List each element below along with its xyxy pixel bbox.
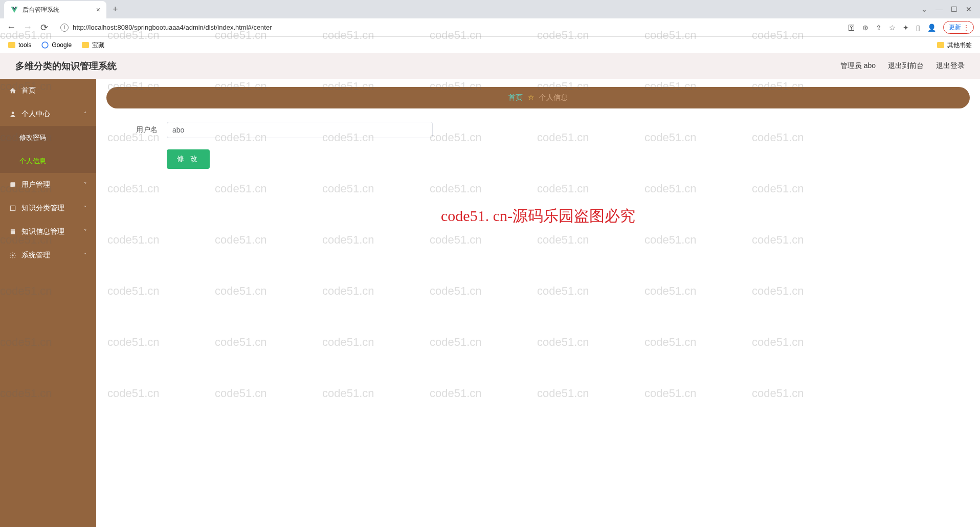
header-right: 管理员 abo 退出到前台 退出登录 bbox=[840, 61, 965, 71]
modify-button[interactable]: 修 改 bbox=[167, 149, 210, 169]
admin-label[interactable]: 管理员 abo bbox=[840, 61, 876, 71]
chevron-down-icon: ˅ bbox=[84, 205, 87, 212]
profile-icon[interactable]: 👤 bbox=[927, 24, 936, 32]
sidebar-item-personal-center[interactable]: 个人中心 ˄ bbox=[0, 102, 96, 126]
forward-button: → bbox=[23, 22, 33, 33]
maximize-icon[interactable]: ☐ bbox=[951, 5, 957, 13]
svg-point-0 bbox=[42, 42, 49, 48]
bookmark-bar: tools Google 宝藏 其他书签 bbox=[0, 37, 980, 53]
close-window-icon[interactable]: ✕ bbox=[966, 5, 972, 13]
svg-rect-2 bbox=[10, 182, 15, 187]
extensions-icon[interactable]: ✦ bbox=[903, 24, 909, 32]
form-area: 用户名 修 改 bbox=[106, 122, 970, 169]
sidebar-item-personal-info[interactable]: 个人信息 bbox=[0, 149, 96, 173]
bookmark-treasure[interactable]: 宝藏 bbox=[82, 41, 104, 50]
sidebar-item-modify-password[interactable]: 修改密码 bbox=[0, 126, 96, 149]
bookmark-tools[interactable]: tools bbox=[8, 41, 31, 50]
chevron-down-icon: ˅ bbox=[84, 182, 87, 188]
browser-chrome: 后台管理系统 × + ⌄ — ☐ ✕ ← → ⟳ i http://localh… bbox=[0, 0, 980, 53]
tab-title: 后台管理系统 bbox=[23, 6, 92, 14]
main-layout: 首页 个人中心 ˄ 修改密码 个人信息 用户管理 ˅ 知识分类管理 ˅ 知识信息… bbox=[0, 79, 980, 527]
bookmark-left: tools Google 宝藏 bbox=[8, 41, 104, 50]
tab-close-icon[interactable]: × bbox=[96, 6, 100, 14]
update-button[interactable]: 更新⋮ bbox=[943, 21, 974, 34]
reader-icon[interactable]: ▯ bbox=[916, 24, 920, 32]
bookmark-google[interactable]: Google bbox=[41, 41, 72, 50]
watermark-main-text: code51. cn-源码乐园盗图必究 bbox=[96, 206, 980, 227]
nav-right-icons: ⚿ ⊕ ⇪ ☆ ✦ ▯ 👤 更新⋮ bbox=[848, 21, 974, 34]
back-button[interactable]: ← bbox=[6, 22, 16, 33]
sidebar-item-user-mgmt[interactable]: 用户管理 ˅ bbox=[0, 173, 96, 196]
folder-icon bbox=[937, 42, 944, 48]
app-title: 多维分类的知识管理系统 bbox=[15, 60, 117, 72]
sidebar: 首页 个人中心 ˄ 修改密码 个人信息 用户管理 ˅ 知识分类管理 ˅ 知识信息… bbox=[0, 79, 96, 527]
url-text: http://localhost:8080/springbootuaaa4/ad… bbox=[73, 24, 272, 31]
vue-favicon-icon bbox=[10, 6, 18, 14]
minimize-icon[interactable]: — bbox=[936, 5, 943, 13]
user-icon bbox=[9, 111, 16, 118]
sidebar-item-knowledge-category[interactable]: 知识分类管理 ˅ bbox=[0, 196, 96, 220]
breadcrumb-home[interactable]: 首页 bbox=[508, 93, 523, 101]
folder-icon bbox=[82, 42, 89, 48]
exit-front-link[interactable]: 退出到前台 bbox=[888, 61, 924, 71]
users-icon bbox=[9, 181, 16, 188]
zoom-icon[interactable]: ⊕ bbox=[862, 24, 868, 32]
chevron-down-icon: ˅ bbox=[84, 252, 87, 259]
folder-icon bbox=[8, 42, 15, 48]
star-icon: ☆ bbox=[528, 93, 534, 101]
form-row-username: 用户名 bbox=[127, 122, 970, 138]
category-icon bbox=[9, 205, 16, 212]
window-controls: ⌄ — ☐ ✕ bbox=[921, 5, 980, 13]
expand-icon[interactable]: ⌄ bbox=[921, 5, 927, 13]
tab-bar: 后台管理系统 × + ⌄ — ☐ ✕ bbox=[0, 0, 980, 18]
username-input[interactable] bbox=[167, 122, 433, 138]
sidebar-item-home[interactable]: 首页 bbox=[0, 79, 96, 102]
reload-button[interactable]: ⟳ bbox=[39, 22, 49, 33]
google-icon bbox=[41, 41, 49, 49]
bookmark-other[interactable]: 其他书签 bbox=[937, 41, 972, 50]
chevron-down-icon: ˅ bbox=[84, 229, 87, 235]
sidebar-item-system-mgmt[interactable]: 系统管理 ˅ bbox=[0, 244, 96, 267]
key-icon[interactable]: ⚿ bbox=[848, 24, 855, 32]
url-bar[interactable]: i http://localhost:8080/springbootuaaa4/… bbox=[55, 21, 842, 34]
nav-bar: ← → ⟳ i http://localhost:8080/springboot… bbox=[0, 18, 980, 37]
sidebar-item-knowledge-info[interactable]: 知识信息管理 ˅ bbox=[0, 220, 96, 244]
gear-icon bbox=[9, 252, 16, 259]
info-icon bbox=[9, 228, 16, 235]
browser-tab[interactable]: 后台管理系统 × bbox=[4, 1, 106, 18]
svg-point-4 bbox=[12, 254, 14, 256]
home-icon bbox=[9, 87, 16, 94]
breadcrumb-current: 个人信息 bbox=[539, 93, 568, 101]
svg-point-1 bbox=[12, 112, 14, 114]
logout-link[interactable]: 退出登录 bbox=[936, 61, 965, 71]
username-label: 用户名 bbox=[127, 125, 158, 135]
app-header: 多维分类的知识管理系统 管理员 abo 退出到前台 退出登录 bbox=[0, 53, 980, 79]
content-area: 首页 ☆ 个人信息 用户名 修 改 code51. cn-源码乐园盗图必究 bbox=[96, 79, 980, 527]
bookmark-star-icon[interactable]: ☆ bbox=[889, 24, 896, 32]
site-info-icon[interactable]: i bbox=[60, 24, 69, 32]
breadcrumb: 首页 ☆ 个人信息 bbox=[106, 87, 970, 108]
share-icon[interactable]: ⇪ bbox=[876, 24, 882, 32]
chevron-up-icon: ˄ bbox=[84, 111, 87, 118]
new-tab-button[interactable]: + bbox=[113, 4, 118, 15]
svg-rect-3 bbox=[10, 206, 15, 210]
